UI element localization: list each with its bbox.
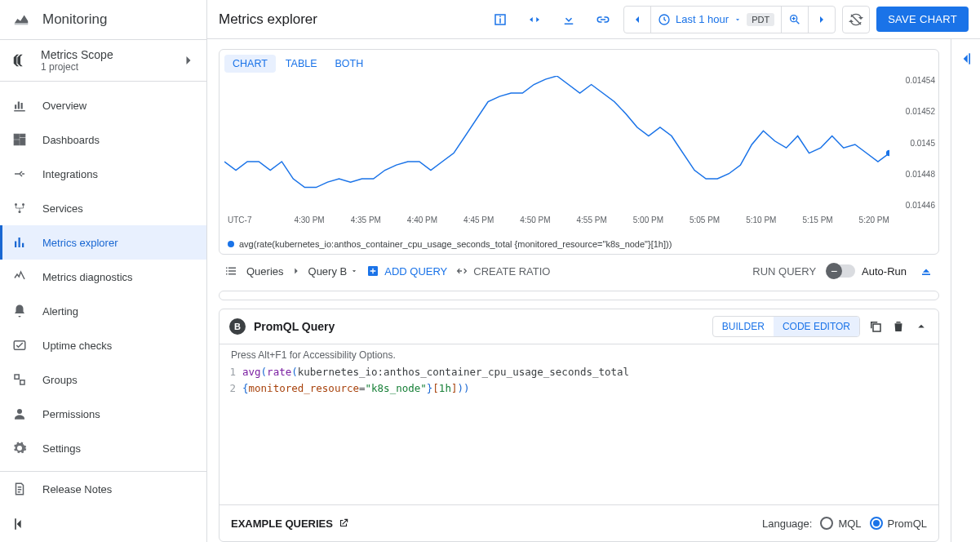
example-queries-link[interactable]: EXAMPLE QUERIES bbox=[231, 518, 349, 530]
person-icon bbox=[11, 406, 28, 422]
link-icon[interactable] bbox=[589, 6, 617, 33]
tab-chart[interactable]: CHART bbox=[224, 55, 276, 73]
save-chart-button[interactable]: SAVE CHART bbox=[876, 7, 969, 32]
code-editor[interactable]: Press Alt+F1 for Accessibility Options. … bbox=[220, 344, 938, 504]
chevron-right-icon bbox=[180, 52, 197, 69]
autorun-label: Auto-Run bbox=[862, 265, 907, 278]
code-content: avg(rate(kubernetes_io:anthos_container_… bbox=[242, 364, 938, 397]
radio-mql[interactable]: MQL bbox=[820, 517, 861, 530]
query-selector[interactable]: Query B bbox=[308, 265, 359, 278]
chart-plot[interactable]: 0.014540.014520.01450.014480.01446 UTC-7… bbox=[220, 73, 938, 239]
hexagon-icon bbox=[11, 51, 29, 69]
services-icon bbox=[11, 200, 28, 216]
bars-icon bbox=[11, 234, 28, 251]
chevron-up-icon[interactable] bbox=[914, 319, 929, 334]
svg-rect-15 bbox=[873, 324, 880, 331]
time-label: Last 1 hour bbox=[676, 13, 729, 25]
svg-rect-5 bbox=[20, 380, 24, 384]
nav-label: Services bbox=[42, 202, 83, 215]
run-query-button[interactable]: RUN QUERY bbox=[752, 265, 816, 278]
nav-metrics-explorer[interactable]: Metrics explorer bbox=[0, 225, 206, 260]
product-title: Monitoring bbox=[42, 11, 107, 28]
y-axis: 0.014540.014520.01450.014480.01446 bbox=[906, 73, 935, 213]
nav-label: Metrics explorer bbox=[42, 237, 118, 249]
radio-promql[interactable]: PromQL bbox=[870, 517, 927, 530]
nav-integrations[interactable]: Integrations bbox=[0, 157, 206, 191]
scope-subtitle: 1 project bbox=[41, 61, 113, 73]
nav-list: Overview Dashboards Integrations Service… bbox=[0, 82, 206, 471]
radio-icon bbox=[870, 517, 883, 530]
lang-label: Language: bbox=[762, 518, 812, 530]
copy-icon[interactable] bbox=[868, 319, 883, 334]
tz-badge: PDT bbox=[747, 13, 774, 26]
nav-label: Integrations bbox=[42, 168, 98, 180]
nav-label: Dashboards bbox=[42, 134, 100, 146]
nav-release-notes[interactable]: Release Notes bbox=[0, 472, 206, 506]
dashboard-icon bbox=[11, 131, 28, 148]
queries-crumb[interactable]: Queries bbox=[246, 265, 284, 278]
download-icon[interactable] bbox=[555, 6, 583, 33]
nav-settings[interactable]: Settings bbox=[0, 431, 206, 465]
nav-metrics-diagnostics[interactable]: Metrics diagnostics bbox=[0, 260, 206, 294]
collapsed-query-a[interactable] bbox=[219, 291, 939, 300]
sync-off-icon[interactable] bbox=[842, 6, 870, 33]
nav-label: Overview bbox=[42, 100, 86, 112]
x-axis: UTC-74:30 PM4:35 PM4:40 PM4:45 PM4:50 PM… bbox=[228, 215, 889, 224]
sidebar-collapse[interactable] bbox=[0, 506, 206, 542]
nav-dashboards[interactable]: Dashboards bbox=[0, 122, 206, 157]
svg-rect-4 bbox=[15, 375, 19, 379]
scope-title: Metrics Scope bbox=[41, 48, 113, 61]
page-title: Metrics explorer bbox=[219, 11, 317, 28]
tab-table[interactable]: TABLE bbox=[277, 55, 326, 73]
zoom-in[interactable] bbox=[782, 7, 809, 33]
chart-legend: avg(rate(kubernetes_io:anthos_container_… bbox=[220, 239, 938, 254]
create-ratio-button[interactable]: CREATE RATIO bbox=[455, 264, 550, 278]
code-icon[interactable] bbox=[521, 6, 548, 33]
svg-point-1 bbox=[22, 203, 24, 206]
code-editor-tab[interactable]: CODE EDITOR bbox=[774, 317, 859, 336]
svg-rect-16 bbox=[969, 53, 970, 64]
autorun-toggle[interactable]: − bbox=[827, 264, 855, 278]
editor-mode-toggle: BUILDER CODE EDITOR bbox=[712, 316, 860, 337]
integration-icon bbox=[11, 166, 28, 182]
nav-label: Settings bbox=[42, 442, 81, 455]
groups-icon bbox=[11, 371, 28, 388]
next-range[interactable] bbox=[809, 7, 835, 33]
prev-range[interactable] bbox=[624, 7, 651, 33]
nav-overview[interactable]: Overview bbox=[0, 88, 206, 122]
chart-icon bbox=[11, 97, 28, 113]
add-query-button[interactable]: ADD QUERY bbox=[366, 264, 447, 278]
tab-both[interactable]: BOTH bbox=[327, 55, 372, 73]
nav-services[interactable]: Services bbox=[0, 191, 206, 225]
time-nav: Last 1 hour PDT bbox=[623, 6, 836, 33]
nav-label: Uptime checks bbox=[42, 340, 112, 352]
sidebar: Monitoring Metrics Scope 1 project Overv… bbox=[0, 0, 207, 542]
nav-alerting[interactable]: Alerting bbox=[0, 294, 206, 328]
main: Metrics explorer Last 1 hour PDT bbox=[207, 0, 980, 542]
panel-icon[interactable] bbox=[486, 6, 514, 33]
expand-panel-button[interactable] bbox=[951, 39, 980, 542]
sidebar-header: Monitoring bbox=[0, 0, 206, 39]
time-range-picker[interactable]: Last 1 hour PDT bbox=[651, 7, 782, 33]
diagnostics-icon bbox=[11, 269, 28, 285]
collapse-queries-icon[interactable] bbox=[918, 263, 934, 279]
builder-tab[interactable]: BUILDER bbox=[713, 317, 774, 336]
legend-dot-icon bbox=[228, 241, 234, 247]
nav-groups[interactable]: Groups bbox=[0, 362, 206, 397]
language-selector: Language: MQL PromQL bbox=[762, 517, 927, 530]
svg-rect-14 bbox=[922, 273, 930, 275]
gear-icon bbox=[11, 440, 28, 456]
a11y-hint: Press Alt+F1 for Accessibility Options. bbox=[220, 349, 938, 364]
nav-uptime[interactable]: Uptime checks bbox=[0, 328, 206, 362]
nav-permissions[interactable]: Permissions bbox=[0, 397, 206, 431]
radio-icon bbox=[820, 517, 833, 530]
query-editor-card: B PromQL Query BUILDER CODE EDITOR bbox=[219, 309, 939, 542]
editor-title: PromQL Query bbox=[254, 320, 335, 333]
delete-icon[interactable] bbox=[891, 319, 906, 334]
svg-rect-8 bbox=[499, 18, 501, 23]
list-icon[interactable] bbox=[224, 264, 238, 278]
svg-rect-9 bbox=[499, 16, 501, 17]
metrics-scope-row[interactable]: Metrics Scope 1 project bbox=[0, 39, 206, 82]
svg-point-0 bbox=[15, 203, 17, 206]
nav-label: Alerting bbox=[42, 305, 78, 318]
